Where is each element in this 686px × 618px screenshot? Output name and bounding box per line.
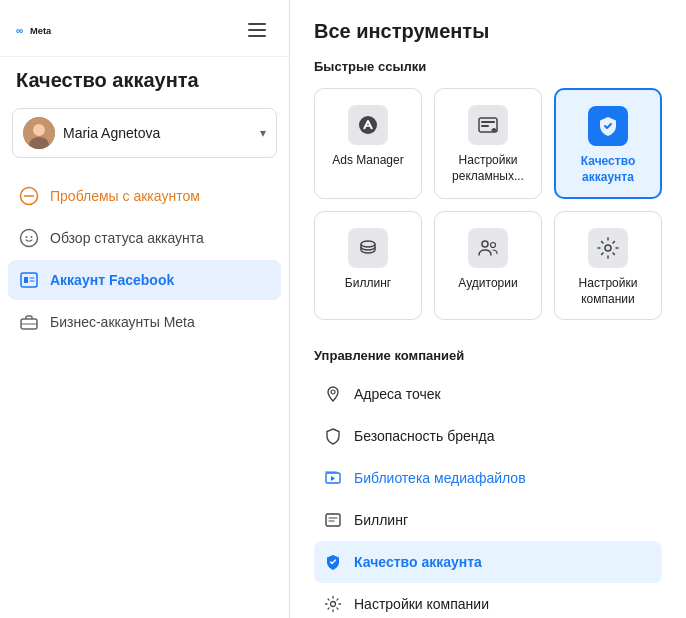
quick-link-account-quality[interactable]: Качество аккаунта: [554, 88, 662, 199]
svg-point-32: [331, 602, 336, 607]
problems-label: Проблемы с аккаунтом: [50, 188, 200, 204]
quick-link-company-settings[interactable]: Настройки компании: [554, 211, 662, 320]
circle-ban-icon: [18, 185, 40, 207]
audiences-icon: [468, 228, 508, 268]
company-settings2-label: Настройки компании: [354, 596, 489, 612]
manage-item-media-library[interactable]: Библиотека медиафайлов: [314, 457, 662, 499]
sidebar-item-problems[interactable]: Проблемы с аккаунтом: [8, 176, 281, 216]
manage-section: Управление компанией Адреса точек: [314, 348, 662, 618]
quick-link-audiences[interactable]: Аудитории: [434, 211, 542, 320]
main-panel: Все инструменты Быстрые ссылки Ads Manag…: [290, 0, 686, 618]
meta-logo: ∞ Meta: [16, 20, 72, 40]
hamburger-icon: [248, 23, 266, 37]
manage-items-list: Адреса точек Безопасность бренда: [314, 373, 662, 618]
svg-point-24: [491, 243, 496, 248]
manage-item-brand-safety[interactable]: Безопасность бренда: [314, 415, 662, 457]
sidebar-item-business[interactable]: Бизнес-аккаунты Meta: [8, 302, 281, 342]
meta-logo-svg: ∞ Meta: [16, 20, 72, 40]
billing-list-icon: [322, 509, 344, 531]
business-label: Бизнес-аккаунты Meta: [50, 314, 195, 330]
main-title: Все инструменты: [314, 20, 662, 43]
account-quality-label: Качество аккаунта: [568, 154, 648, 185]
avatar: [23, 117, 55, 149]
svg-text:Meta: Meta: [30, 26, 52, 36]
billing-icon: [348, 228, 388, 268]
account-quality-manage-label: Качество аккаунта: [354, 554, 482, 570]
svg-point-8: [26, 236, 28, 238]
briefcase-icon: [18, 311, 40, 333]
manage-label: Управление компанией: [314, 348, 662, 363]
svg-point-7: [21, 230, 38, 247]
quick-link-billing[interactable]: Биллинг: [314, 211, 422, 320]
quick-link-ad-settings[interactable]: Настройки рекламных...: [434, 88, 542, 199]
svg-point-9: [31, 236, 33, 238]
billing-label: Биллинг: [345, 276, 391, 292]
ad-settings-label: Настройки рекламных...: [447, 153, 529, 184]
svg-rect-20: [481, 125, 489, 127]
status-label: Обзор статуса аккаунта: [50, 230, 204, 246]
media-library-icon: [322, 467, 344, 489]
brand-safety-label: Безопасность бренда: [354, 428, 494, 444]
svg-point-25: [605, 245, 611, 251]
svg-text:∞: ∞: [16, 25, 23, 36]
circle-smile-icon: [18, 227, 40, 249]
svg-point-23: [482, 241, 488, 247]
manage-item-locations[interactable]: Адреса точек: [314, 373, 662, 415]
svg-rect-11: [24, 277, 28, 283]
gear2-icon: [322, 593, 344, 615]
chevron-down-icon: ▾: [260, 126, 266, 140]
ads-manager-label: Ads Manager: [332, 153, 403, 169]
sidebar-item-facebook[interactable]: Аккаунт Facebook: [8, 260, 281, 300]
sidebar: ∞ Meta Качество аккаунта Maria Agnetova …: [0, 0, 290, 618]
hamburger-button[interactable]: [241, 14, 273, 46]
svg-rect-28: [325, 471, 337, 473]
ad-settings-icon: [468, 105, 508, 145]
facebook-page-icon: [18, 269, 40, 291]
media-library-label: Библиотека медиафайлов: [354, 470, 526, 486]
svg-point-16: [359, 116, 377, 134]
avatar-image: [23, 117, 55, 149]
shield-icon: [588, 106, 628, 146]
nav-items: Проблемы с аккаунтом Обзор статуса аккау…: [0, 172, 289, 346]
shield-outline-icon: [322, 425, 344, 447]
manage-item-billing[interactable]: Биллинг: [314, 499, 662, 541]
facebook-label: Аккаунт Facebook: [50, 272, 174, 288]
manage-item-company-settings[interactable]: Настройки компании: [314, 583, 662, 618]
ads-manager-icon: [348, 105, 388, 145]
user-selector[interactable]: Maria Agnetova ▾: [12, 108, 277, 158]
location-icon: [322, 383, 344, 405]
audiences-label: Аудитории: [458, 276, 517, 292]
manage-item-account-quality[interactable]: Качество аккаунта: [314, 541, 662, 583]
svg-rect-29: [326, 514, 340, 526]
company-settings-icon: [588, 228, 628, 268]
locations-label: Адреса точек: [354, 386, 441, 402]
svg-rect-19: [481, 121, 495, 123]
quick-links-grid: Ads Manager Настройки рекламных...: [314, 88, 662, 320]
svg-point-22: [361, 241, 375, 247]
sidebar-header: ∞ Meta: [0, 0, 289, 57]
billing-list-label: Биллинг: [354, 512, 408, 528]
user-name: Maria Agnetova: [63, 125, 252, 141]
quick-links-label: Быстрые ссылки: [314, 59, 662, 74]
svg-point-26: [331, 390, 335, 394]
shield-blue-icon: [322, 551, 344, 573]
quick-link-ads-manager[interactable]: Ads Manager: [314, 88, 422, 199]
sidebar-item-status[interactable]: Обзор статуса аккаунта: [8, 218, 281, 258]
svg-point-3: [33, 124, 45, 136]
company-settings-label: Настройки компании: [567, 276, 649, 307]
svg-rect-10: [21, 273, 37, 287]
page-title: Качество аккаунта: [0, 57, 289, 102]
